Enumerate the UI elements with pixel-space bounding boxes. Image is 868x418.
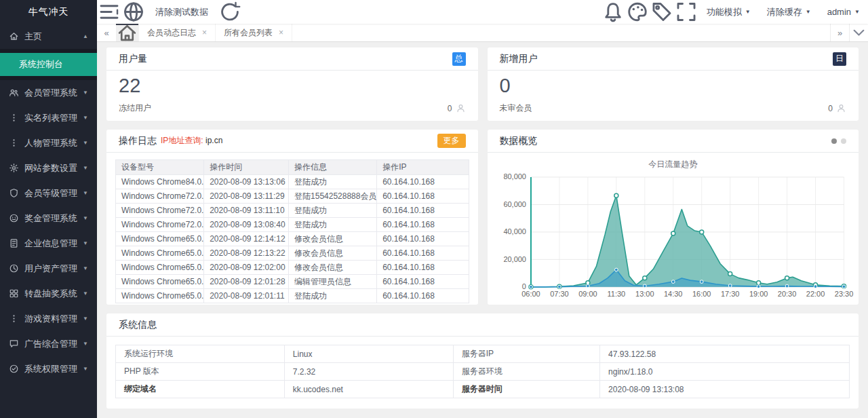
sidebar-item-label: 转盘抽奖系统 [24, 288, 77, 300]
app-root: 牛气冲天 主页▲系统控制台会员管理系统▼实名列表管理▼人物管理系统▼网站参数设置… [0, 0, 868, 418]
svg-text:80,000: 80,000 [503, 172, 526, 180]
stat-footer-value: 0 [828, 104, 833, 113]
tab-label: 会员动态日志 [147, 27, 196, 39]
table-row[interactable]: Windows Chrome72.0.32020-08-09 13:11:29登… [116, 189, 469, 204]
table-row[interactable]: Windows Chrome65.0.32020-08-09 12:02:00修… [116, 261, 469, 275]
sidebar-item-label: 奖金管理系统 [24, 212, 77, 225]
admin-user-dropdown[interactable]: admin▼ [819, 0, 868, 24]
log-cell: 60.164.10.168 [377, 275, 469, 289]
stat-value: 22 [119, 75, 466, 97]
sidebar-item[interactable]: 主页▲ [0, 24, 97, 49]
sidebar-item-label: 广告综合管理 [24, 338, 77, 350]
carousel-dot[interactable] [841, 138, 846, 144]
theme-palette-icon[interactable] [625, 0, 650, 24]
svg-text:19:00: 19:00 [749, 290, 767, 298]
log-cell: 登陆成功 [289, 218, 377, 232]
sidebar-item[interactable]: 网站参数设置▼ [0, 155, 97, 180]
svg-text:11:30: 11:30 [607, 290, 625, 298]
users-icon [9, 88, 19, 98]
svg-text:23:30: 23:30 [834, 290, 852, 298]
tab-home[interactable] [116, 24, 139, 41]
list-icon [9, 138, 19, 148]
sidebar-item[interactable]: 奖金管理系统▼ [0, 206, 97, 231]
log-cell: 60.164.10.168 [377, 232, 469, 246]
stat-card-title: 用户量 [119, 53, 147, 65]
log-cell: 60.164.10.168 [377, 261, 469, 275]
sidebar-item[interactable]: 游戏资料管理▼ [0, 306, 97, 331]
sysinfo-label: PHP 版本 [116, 363, 285, 381]
sidebar-item-label: 会员管理系统 [24, 87, 77, 99]
log-cell: 2020-08-09 13:08:40 [204, 218, 289, 232]
sidebar-item[interactable]: 转盘抽奖系统▼ [0, 281, 97, 306]
log-column-header: 操作信息 [289, 160, 377, 175]
tag-icon[interactable] [650, 0, 674, 24]
more-button[interactable]: 更多 [437, 134, 466, 148]
sidebar-item[interactable]: 系统权限管理▼ [0, 356, 97, 381]
close-icon[interactable]: × [279, 28, 283, 37]
tabs-scroll-right-button[interactable]: » [830, 24, 849, 41]
refresh-icon[interactable] [218, 0, 242, 24]
sidebar-item[interactable]: 广告综合管理▼ [0, 331, 97, 356]
clear-test-data-button[interactable]: 清除测试数据 [146, 0, 218, 24]
person-icon [456, 103, 466, 113]
tab-member-activity-log[interactable]: 会员动态日志× [139, 24, 216, 41]
sidebar-item-label: 游戏资料管理 [24, 313, 77, 325]
log-cell: 2020-08-09 12:14:12 [204, 232, 289, 246]
language-globe-icon[interactable] [121, 0, 146, 24]
chevron-down-icon: ▼ [83, 290, 88, 297]
log-cell: Windows Chrome84.0.4 [116, 175, 204, 189]
table-row[interactable]: Windows Chrome84.0.42020-08-09 13:13:06登… [116, 175, 469, 189]
tabs-scroll-left-button[interactable]: « [97, 24, 116, 41]
chevron-down-icon: ▼ [854, 9, 860, 15]
clear-cache-dropdown[interactable]: 清除缓存▼ [759, 0, 819, 24]
fullscreen-icon[interactable] [674, 0, 698, 24]
stat-badge-daily[interactable]: 日 [833, 52, 846, 66]
table-row[interactable]: Windows Chrome65.0.32020-08-09 12:14:12修… [116, 232, 469, 246]
tab-all-member-list[interactable]: 所有会员列表× [216, 24, 292, 41]
chevron-down-icon: ▼ [83, 165, 88, 171]
table-row[interactable]: Windows Chrome72.0.32020-08-09 13:11:10登… [116, 204, 469, 218]
log-cell: Windows Chrome65.0.3 [116, 289, 204, 303]
table-row[interactable]: Windows Chrome65.0.32020-08-09 12:13:22修… [116, 246, 469, 261]
sidebar-item[interactable]: 会员等级管理▼ [0, 180, 97, 206]
sidebar-item[interactable]: 人物管理系统▼ [0, 130, 97, 155]
function-simulate-dropdown[interactable]: 功能模拟▼ [698, 0, 759, 24]
notification-bell-icon[interactable] [601, 0, 625, 24]
sidebar-item[interactable]: 企业信息管理▼ [0, 231, 97, 256]
table-row[interactable]: Windows Chrome65.0.32020-08-09 12:01:11登… [116, 289, 469, 303]
log-cell: 60.164.10.168 [377, 246, 469, 261]
sidebar-subitem[interactable]: 系统控制台 [0, 53, 97, 76]
person-icon [836, 103, 846, 113]
log-cell: 修改会员信息 [289, 232, 377, 246]
log-cell: Windows Chrome65.0.3 [116, 246, 204, 261]
stat-badge-total[interactable]: 总 [452, 52, 466, 66]
close-icon[interactable]: × [202, 28, 207, 37]
sysinfo-value: 2020-08-09 13:13:08 [600, 381, 850, 398]
sysinfo-value: kk.ucodes.net [284, 381, 453, 398]
svg-text:06:00: 06:00 [521, 290, 540, 298]
table-row[interactable]: Windows Chrome72.0.32020-08-09 13:08:40登… [116, 218, 469, 232]
chevron-up-icon: ▲ [83, 33, 88, 39]
sidebar-item[interactable]: 实名列表管理▼ [0, 105, 97, 130]
carousel-dot-active[interactable] [831, 138, 837, 144]
sidebar-item[interactable]: 用户资产管理▼ [0, 256, 97, 281]
ip-lookup-link[interactable]: ip.cn [205, 136, 222, 145]
table-row[interactable]: Windows Chrome65.0.32020-08-09 12:01:28编… [116, 275, 469, 289]
sidebar-item-label: 主页 [24, 31, 42, 43]
sidebar-collapse-icon[interactable] [97, 0, 121, 24]
log-cell: 2020-08-09 12:13:22 [204, 246, 289, 261]
system-info-title: 系统信息 [119, 319, 157, 331]
traffic-trend-chart: 06:0007:3009:0011:3013:0014:3016:0017:30… [488, 170, 859, 302]
sidebar-item[interactable]: 会员管理系统▼ [0, 80, 97, 105]
function-simulate-label: 功能模拟 [707, 6, 742, 18]
clock-icon [9, 263, 19, 273]
log-cell: 2020-08-09 13:13:06 [204, 175, 289, 189]
chart-title: 今日流量趋势 [488, 153, 859, 170]
log-cell: 60.164.10.168 [377, 218, 469, 232]
admin-label: admin [827, 7, 851, 17]
clear-cache-label: 清除缓存 [767, 6, 802, 18]
log-table-header-row: 设备型号操作时间操作信息操作IP [116, 160, 469, 175]
log-column-header: 操作IP [377, 160, 469, 175]
tabs-menu-button[interactable] [849, 24, 868, 41]
table-row: 绑定域名kk.ucodes.net服务器时间2020-08-09 13:13:0… [116, 381, 850, 398]
